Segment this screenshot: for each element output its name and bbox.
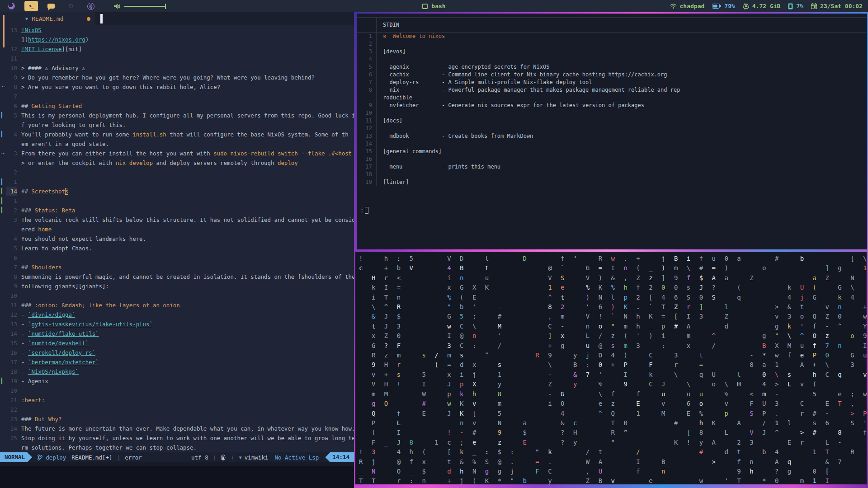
editor-line[interactable]: 12!MIT License][mit] [0,44,354,54]
editor-line[interactable]: rm solutions. Perhaps together we can st… [0,443,354,452]
editor-line[interactable]: ▎2### Status: Beta [0,206,354,215]
markdown-link[interactable]: !MIT License [21,46,62,52]
editor-line[interactable]: ▎4You'll probably want to run some insta… [0,130,354,139]
editor-line[interactable]: 25Stop doing it by yourself, unless we l… [0,433,354,443]
markdown-link[interactable]: `serokell/deploy-rs` [28,349,95,356]
editor-line[interactable]: f you're looking to graft this. [0,120,354,130]
pager-line-number: 16 [357,155,377,163]
markdown-link[interactable]: `gytis-ivaskevicius/flake-utils-plus` [28,321,153,328]
editor-line[interactable]: ered home [0,225,354,234]
editor-line[interactable]: em aren't in a good state. [0,139,354,149]
text-segment: rm solutions. Perhaps together we can st… [21,444,197,451]
text-buffer[interactable]: 13!NixOS](https://nixos.org)12!MIT Licen… [0,25,354,452]
network-stat[interactable]: chadpad [670,3,705,9]
cpu-stat[interactable]: 7% [788,3,803,9]
battery-stat[interactable]: 79% [712,3,735,9]
editor-line[interactable]: 7 [0,92,354,101]
firefox-icon[interactable] [5,1,18,11]
pager-line-text: [docs] [377,117,402,125]
markdown-link[interactable]: `divnix/digga` [28,311,75,318]
editor-line[interactable]: ~3From there you can either install the … [0,149,354,158]
pager-window[interactable]: STDIN 1⚒ Welcome to nixos23[devos]45 age… [357,14,867,249]
editor-line[interactable]: 15- `numtide/devshell` [0,338,354,348]
editor-line[interactable]: 5Learn to adopt Chaos. [0,244,354,253]
chip-icon [743,3,749,9]
editor-line[interactable]: 6 [0,253,354,263]
pager-line-text [377,171,383,178]
editor-line[interactable]: 13- `gytis-ivaskevicius/flake-utils-plus… [0,319,354,329]
pager-line: 6 cachix - Command line client for Nix b… [357,71,867,79]
text-segment: s [65,188,68,195]
pager-line-text [377,56,383,63]
editor-line[interactable]: 21:heart: [0,395,354,405]
editor-line[interactable]: 9> Do you remember how you got here? Whe… [0,73,354,82]
pager-line: roducible [357,94,867,102]
line-text: f you're looking to graft this. [21,120,126,130]
markdown-link[interactable]: `numtide/devshell` [28,340,89,347]
editor-line[interactable]: 18- `NixOS/nixpkgs` [0,367,354,376]
editor-line[interactable]: ▎1 [0,196,354,206]
editor-line[interactable]: 2 [0,168,354,177]
markdown-link[interactable]: !NixOS [21,27,42,33]
pager-line-text [377,140,383,148]
pager-prompt[interactable]: : [360,207,368,214]
editor-line[interactable]: 8Summoning is powerful magic, and cannot… [0,272,354,282]
editor-line[interactable]: 12- `divnix/digga` [0,310,354,319]
editor-line[interactable]: ▎19- Agenix [0,376,354,386]
tab-readme[interactable]: ▼ README.md [0,12,95,25]
editor-line[interactable]: 10> #### ⚠ Advisory ⚠ [0,63,354,73]
editor-line[interactable]: 6## Getting Started [0,101,354,111]
editor-line[interactable]: 3The volcanic rock still shifts below th… [0,215,354,225]
chat-icon[interactable] [44,1,58,11]
editor-line[interactable]: 20 [0,386,354,395]
gitsign [0,282,6,291]
window-edge [0,462,354,466]
line-number: 21 [6,395,17,405]
memory-stat[interactable]: 4.72 GiB [743,3,781,9]
editor-line[interactable]: ~8> Are you sure you want to go down thi… [0,82,354,92]
editor-line[interactable]: 10 [0,291,354,300]
editor-line[interactable]: 9following giants][giants]: [0,282,354,291]
markdown-link[interactable]: `berberman/nvfetcher` [28,359,99,366]
matrix-row: \ ^ R " b ' - 8 2 ' 6 ) K . ` T Z r ] l … [359,302,863,312]
editor-line[interactable]: ](https://nixos.org) [0,35,354,44]
volume-control[interactable] [114,3,166,9]
pager-line-number: 12 [357,125,377,132]
editor-line[interactable]: ▎14## Screetshots [0,187,354,196]
editor-line[interactable]: 23### But Why? [0,414,354,424]
editor-line[interactable]: ▎1 [0,177,354,187]
editor-line[interactable]: > or enter the cockpit with nix develop … [0,158,354,168]
git-branch-icon [38,455,42,460]
line-number: 1 [6,196,17,206]
editor-line[interactable]: 16- `serokell/deploy-rs` [0,348,354,357]
pager-line-text: [general commands] [377,148,442,155]
pager-line-number: 3 [357,48,377,56]
editor-line[interactable]: ▎5This is my personal deployment hub. I … [0,111,354,120]
gitsign [0,225,6,234]
diagnostic-label: error [125,454,142,461]
editor-line[interactable]: 13!NixOS [0,25,354,35]
gear-icon[interactable]: ⚙ [64,1,78,11]
clock-stat[interactable]: 23/Sat 00:02 [811,3,863,9]
editor-window[interactable]: ▼ README.md 13!NixOS](https://nixos.org)… [0,12,354,466]
markdown-link[interactable]: `NixOS/nixpkgs` [28,368,79,375]
editor-line[interactable]: 14- `numtide/flake-utils` [0,329,354,338]
markdown-link[interactable]: `numtide/flake-utils` [28,330,99,337]
editor-line[interactable]: 11 [0,54,354,63]
at-icon[interactable]: @ [84,1,98,11]
text-segment: You should not expect landmarks here. [21,235,146,242]
markdown-link[interactable]: https://nixos.org [28,36,85,43]
gitsign [0,433,6,443]
matrix-window[interactable]: ! h : 5 V D l D f ' R w . + j B i f u 0 … [355,252,867,484]
editor-line[interactable]: 4You should not expect landmarks here. [0,234,354,244]
editor-line[interactable]: 7## Shoulders [0,263,354,272]
line-text: Stop doing it by yourself, unless we lea… [21,433,354,443]
editor-line[interactable]: 22 [0,405,354,414]
editor-line[interactable]: 24The future is more uncertain than ever… [0,424,354,433]
editor-line[interactable]: _11### :onion: &mdash; like the layers o… [0,300,354,310]
pager-title: STDIN [377,22,399,28]
terminal-workspace-icon[interactable]: >_ [24,1,38,11]
line-text: em aren't in a good state. [21,139,109,149]
editor-line[interactable]: 17- `berberman/nvfetcher` [0,357,354,367]
volume-slider[interactable] [124,6,166,7]
